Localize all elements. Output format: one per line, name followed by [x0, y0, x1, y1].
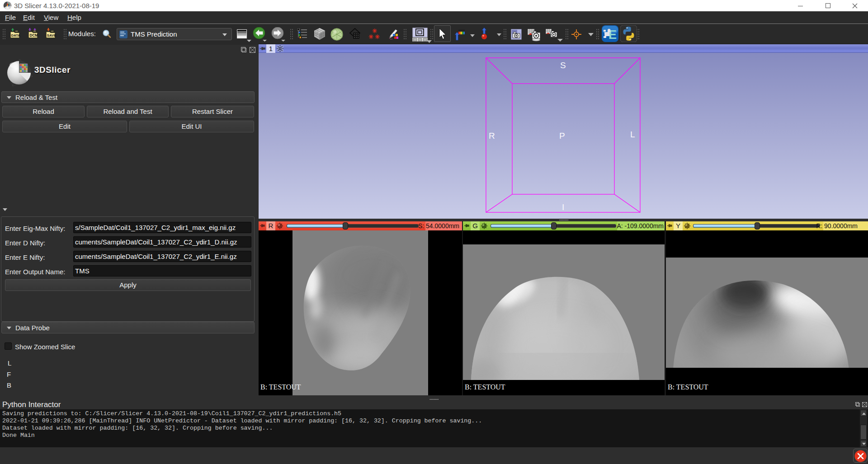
svg-text:DCM: DCM [30, 33, 38, 37]
svg-text:✳: ✳ [368, 33, 373, 40]
svg-text:✳: ✳ [375, 33, 380, 40]
svg-text:DATA: DATA [11, 33, 20, 37]
svg-text:SAVE: SAVE [47, 33, 57, 37]
svg-text:R: R [489, 131, 495, 141]
svg-text:P: P [559, 131, 565, 141]
svg-text:L: L [630, 130, 635, 139]
svg-text:S: S [560, 61, 566, 70]
svg-text:I: I [562, 202, 564, 212]
